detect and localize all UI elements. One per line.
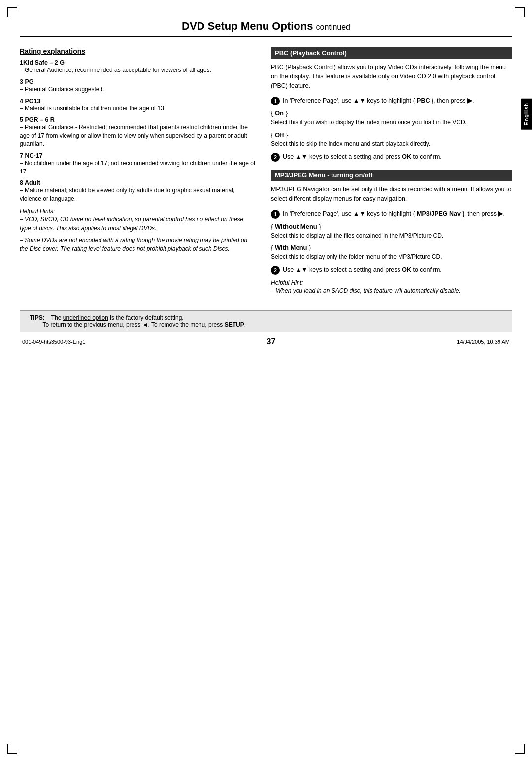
without-menu-option: { Without Menu } Select this to display … — [271, 223, 512, 240]
mp3-step-2: 2 Use ▲▼ keys to select a setting and pr… — [271, 265, 512, 275]
pbc-step2-text: Use ▲▼ keys to select a setting and pres… — [283, 152, 442, 162]
rating-desc-5pgr: – Parental Guidance - Restricted; recomm… — [20, 123, 256, 148]
rating-desc-1kid: – General Audience; recommended as accep… — [20, 66, 256, 74]
rating-desc-3pg: – Parental Guidance suggested. — [20, 85, 256, 94]
without-menu-title: { Without Menu } — [271, 223, 512, 230]
page: English DVD Setup Menu Options continued… — [0, 0, 532, 761]
footer: 001-049-hts3500-93-Eng1 37 14/04/2005, 1… — [20, 337, 512, 346]
rating-item-3pg: 3 PG – Parental Guidance suggested. — [20, 78, 256, 94]
helpful-hint-2: – Some DVDs are not encoded with a ratin… — [20, 236, 256, 253]
tips-line1-pre: The — [51, 314, 63, 321]
footer-left: 001-049-hts3500-93-Eng1 — [22, 339, 85, 345]
pbc-step-2: 2 Use ▲▼ keys to select a setting and pr… — [271, 152, 512, 162]
with-menu-desc: Select this to display only the folder m… — [271, 253, 512, 261]
pbc-intro-text: PBC (Playback Control) allows you to pla… — [271, 63, 512, 90]
pbc-step-1: 1 In 'Preference Page', use ▲▼ keys to h… — [271, 96, 512, 105]
rating-item-8adult: 8 Adult – Mature material; should be vie… — [20, 179, 256, 203]
without-menu-desc: Select this to display all the files con… — [271, 232, 512, 240]
rating-desc-7nc17: – No children under the age of 17; not r… — [20, 159, 256, 176]
pbc-step1-text: In 'Preference Page', use ▲▼ keys to hig… — [283, 96, 474, 105]
rating-title-7nc17: 7 NC-17 — [20, 152, 256, 159]
right-column: PBC (Playback Control) PBC (Playback Con… — [271, 47, 512, 295]
helpful-hints-title: Helpful Hints: — [20, 208, 256, 215]
rating-item-7nc17: 7 NC-17 – No children under the age of 1… — [20, 152, 256, 176]
rating-title-5pgr: 5 PGR – 6 R — [20, 116, 256, 123]
mp3-step-number-2: 2 — [271, 266, 280, 275]
pbc-off-desc: Select this to skip the index menu and s… — [271, 140, 512, 148]
title-divider — [20, 36, 512, 37]
footer-page-number: 37 — [266, 337, 275, 346]
tips-bar: TIPS: The underlined option is the facto… — [20, 310, 512, 332]
page-title-continued: continued — [316, 23, 350, 31]
rating-title-4pg13: 4 PG13 — [20, 98, 256, 104]
content-columns: Rating explanations 1Kid Safe – 2 G – Ge… — [20, 47, 512, 295]
step-number-2: 2 — [271, 153, 280, 162]
rating-item-4pg13: 4 PG13 – Material is unsuitable for chil… — [20, 98, 256, 113]
mp3-section-header: MP3/JPEG Menu - turning on/off — [271, 170, 512, 181]
rating-explanations-header: Rating explanations — [20, 47, 256, 55]
rating-title-8adult: 8 Adult — [20, 179, 256, 186]
helpful-hints-section: Helpful Hints: – VCD, SVCD, CD have no l… — [20, 208, 256, 253]
left-column: Rating explanations 1Kid Safe – 2 G – Ge… — [20, 47, 256, 295]
pbc-section-header: PBC (Playback Control) — [271, 47, 512, 59]
tips-underlined-option: underlined option — [63, 314, 108, 321]
rating-desc-8adult: – Mature material; should be viewed only… — [20, 186, 256, 203]
corner-mark-br — [515, 744, 525, 754]
with-menu-option: { With Menu } Select this to display onl… — [271, 244, 512, 261]
pbc-on-option: { On } Select this if you wish to displa… — [271, 109, 512, 127]
pbc-on-desc: Select this if you wish to display the i… — [271, 118, 512, 127]
step-number-1: 1 — [271, 97, 280, 105]
footer-right: 14/04/2005, 10:39 AM — [457, 339, 510, 345]
with-menu-title: { With Menu } — [271, 244, 512, 251]
mp3-step1-text: In 'Preference Page', use ▲▼ keys to hig… — [283, 209, 505, 219]
mp3-hint-title: Helpful Hint: — [271, 279, 512, 286]
tips-line1-post: is the factory default setting. — [108, 314, 184, 321]
mp3-step-1: 1 In 'Preference Page', use ▲▼ keys to h… — [271, 209, 512, 219]
page-title: DVD Setup Menu Options continued — [20, 20, 512, 33]
pbc-off-title: { Off } — [271, 131, 512, 138]
mp3-helpful-hint: Helpful Hint: – When you load in an SACD… — [271, 279, 512, 295]
mp3-hint-text: – When you load in an SACD disc, this fe… — [271, 286, 512, 295]
pbc-off-option: { Off } Select this to skip the index me… — [271, 131, 512, 148]
rating-item-5pgr: 5 PGR – 6 R – Parental Guidance - Restri… — [20, 116, 256, 148]
mp3-step2-text: Use ▲▼ keys to select a setting and pres… — [283, 265, 442, 275]
rating-title-3pg: 3 PG — [20, 78, 256, 85]
mp3-step-number-1: 1 — [271, 210, 280, 219]
tips-label: TIPS: — [30, 314, 45, 321]
corner-mark-tr — [515, 7, 525, 17]
language-tab: English — [521, 99, 532, 130]
rating-item-1kid: 1Kid Safe – 2 G – General Audience; reco… — [20, 59, 256, 74]
tips-line2: To return to the previous menu, press ◄.… — [30, 321, 246, 328]
mp3-intro-text: MP3/JPEG Navigator can be set only if th… — [271, 185, 512, 204]
rating-title-1kid: 1Kid Safe – 2 G — [20, 59, 256, 66]
pbc-on-title: { On } — [271, 109, 512, 117]
page-title-main: DVD Setup Menu Options — [182, 20, 313, 32]
corner-mark-tl — [7, 7, 17, 17]
rating-desc-4pg13: – Material is unsuitable for children un… — [20, 104, 256, 113]
helpful-hint-1: – VCD, SVCD, CD have no level indication… — [20, 215, 256, 233]
corner-mark-bl — [7, 744, 17, 754]
